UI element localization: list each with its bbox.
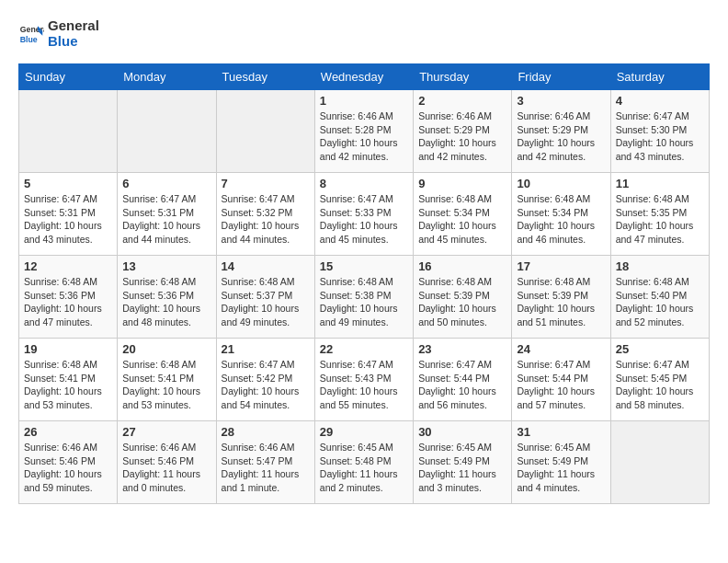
calendar-cell: 3Sunrise: 6:46 AM Sunset: 5:29 PM Daylig…	[512, 90, 610, 173]
day-number: 30	[418, 425, 506, 439]
day-info: Sunrise: 6:45 AM Sunset: 5:49 PM Dayligh…	[517, 441, 605, 495]
day-number: 18	[616, 259, 704, 273]
day-number: 13	[122, 259, 210, 273]
calendar-cell: 31Sunrise: 6:45 AM Sunset: 5:49 PM Dayli…	[512, 421, 610, 504]
calendar-week-row: 26Sunrise: 6:46 AM Sunset: 5:46 PM Dayli…	[19, 421, 710, 504]
calendar-cell: 12Sunrise: 6:48 AM Sunset: 5:36 PM Dayli…	[19, 256, 118, 339]
calendar-cell: 28Sunrise: 6:46 AM Sunset: 5:47 PM Dayli…	[216, 421, 314, 504]
day-info: Sunrise: 6:46 AM Sunset: 5:47 PM Dayligh…	[222, 441, 310, 495]
day-number: 2	[418, 94, 506, 108]
calendar-cell: 2Sunrise: 6:46 AM Sunset: 5:29 PM Daylig…	[414, 90, 512, 173]
calendar-cell	[19, 90, 118, 173]
calendar-cell	[118, 90, 216, 173]
day-number: 20	[122, 342, 210, 356]
calendar-cell	[610, 421, 709, 504]
calendar-cell: 10Sunrise: 6:48 AM Sunset: 5:34 PM Dayli…	[512, 173, 610, 256]
day-number: 7	[222, 177, 310, 190]
day-number: 22	[320, 342, 408, 356]
day-info: Sunrise: 6:48 AM Sunset: 5:38 PM Dayligh…	[320, 275, 408, 329]
calendar-header-row: SundayMondayTuesdayWednesdayThursdayFrid…	[19, 64, 710, 90]
day-number: 5	[24, 177, 112, 190]
day-header: Wednesday	[314, 64, 413, 90]
page-header: General Blue General Blue	[18, 18, 710, 49]
calendar-cell: 29Sunrise: 6:45 AM Sunset: 5:48 PM Dayli…	[314, 421, 413, 504]
day-info: Sunrise: 6:46 AM Sunset: 5:29 PM Dayligh…	[418, 109, 506, 164]
calendar-cell: 5Sunrise: 6:47 AM Sunset: 5:31 PM Daylig…	[19, 173, 118, 256]
day-info: Sunrise: 6:46 AM Sunset: 5:46 PM Dayligh…	[24, 441, 112, 495]
day-info: Sunrise: 6:48 AM Sunset: 5:39 PM Dayligh…	[418, 275, 506, 329]
day-number: 9	[418, 177, 506, 190]
calendar-cell: 25Sunrise: 6:47 AM Sunset: 5:45 PM Dayli…	[610, 339, 709, 421]
day-number: 10	[517, 177, 605, 190]
day-info: Sunrise: 6:48 AM Sunset: 5:37 PM Dayligh…	[222, 275, 310, 329]
day-info: Sunrise: 6:47 AM Sunset: 5:31 PM Dayligh…	[24, 192, 112, 247]
day-number: 1	[320, 94, 408, 108]
day-number: 24	[517, 342, 605, 356]
calendar-week-row: 5Sunrise: 6:47 AM Sunset: 5:31 PM Daylig…	[19, 173, 710, 256]
day-number: 19	[24, 342, 112, 356]
calendar-cell: 19Sunrise: 6:48 AM Sunset: 5:41 PM Dayli…	[19, 339, 118, 421]
calendar-cell: 21Sunrise: 6:47 AM Sunset: 5:42 PM Dayli…	[216, 339, 314, 421]
day-info: Sunrise: 6:48 AM Sunset: 5:40 PM Dayligh…	[616, 275, 704, 329]
day-number: 6	[122, 177, 210, 190]
calendar-cell: 17Sunrise: 6:48 AM Sunset: 5:39 PM Dayli…	[512, 256, 610, 339]
day-header: Sunday	[19, 64, 118, 90]
calendar-cell: 30Sunrise: 6:45 AM Sunset: 5:49 PM Dayli…	[414, 421, 512, 504]
day-number: 23	[418, 342, 506, 356]
calendar-cell: 18Sunrise: 6:48 AM Sunset: 5:40 PM Dayli…	[610, 256, 709, 339]
calendar-cell: 4Sunrise: 6:47 AM Sunset: 5:30 PM Daylig…	[610, 90, 709, 173]
calendar-cell: 8Sunrise: 6:47 AM Sunset: 5:33 PM Daylig…	[314, 173, 413, 256]
day-number: 17	[517, 259, 605, 273]
day-info: Sunrise: 6:48 AM Sunset: 5:34 PM Dayligh…	[418, 192, 506, 247]
day-number: 21	[222, 342, 310, 356]
day-header: Saturday	[610, 64, 709, 90]
calendar-cell: 23Sunrise: 6:47 AM Sunset: 5:44 PM Dayli…	[414, 339, 512, 421]
day-info: Sunrise: 6:47 AM Sunset: 5:43 PM Dayligh…	[320, 358, 408, 412]
day-info: Sunrise: 6:48 AM Sunset: 5:41 PM Dayligh…	[24, 358, 112, 412]
day-header: Friday	[512, 64, 610, 90]
calendar-cell: 6Sunrise: 6:47 AM Sunset: 5:31 PM Daylig…	[118, 173, 216, 256]
logo-blue-text: Blue	[48, 33, 78, 49]
day-number: 11	[616, 177, 704, 190]
calendar-cell: 1Sunrise: 6:46 AM Sunset: 5:28 PM Daylig…	[314, 90, 413, 173]
calendar-cell: 7Sunrise: 6:47 AM Sunset: 5:32 PM Daylig…	[216, 173, 314, 256]
calendar-cell: 20Sunrise: 6:48 AM Sunset: 5:41 PM Dayli…	[118, 339, 216, 421]
logo-icon: General Blue	[18, 21, 44, 47]
day-info: Sunrise: 6:46 AM Sunset: 5:46 PM Dayligh…	[122, 441, 210, 495]
calendar-cell: 26Sunrise: 6:46 AM Sunset: 5:46 PM Dayli…	[19, 421, 118, 504]
calendar-week-row: 12Sunrise: 6:48 AM Sunset: 5:36 PM Dayli…	[19, 256, 710, 339]
day-info: Sunrise: 6:48 AM Sunset: 5:36 PM Dayligh…	[122, 275, 210, 329]
day-number: 16	[418, 259, 506, 273]
day-info: Sunrise: 6:48 AM Sunset: 5:35 PM Dayligh…	[616, 192, 704, 247]
calendar-cell: 13Sunrise: 6:48 AM Sunset: 5:36 PM Dayli…	[118, 256, 216, 339]
day-info: Sunrise: 6:45 AM Sunset: 5:49 PM Dayligh…	[418, 441, 506, 495]
day-info: Sunrise: 6:47 AM Sunset: 5:44 PM Dayligh…	[517, 358, 605, 412]
day-number: 4	[616, 94, 704, 108]
svg-text:Blue: Blue	[20, 34, 38, 43]
logo-general-text: General	[48, 17, 99, 33]
day-info: Sunrise: 6:48 AM Sunset: 5:36 PM Dayligh…	[24, 275, 112, 329]
day-number: 29	[320, 425, 408, 439]
day-header: Monday	[118, 64, 216, 90]
day-number: 14	[222, 259, 310, 273]
day-info: Sunrise: 6:45 AM Sunset: 5:48 PM Dayligh…	[320, 441, 408, 495]
day-number: 28	[222, 425, 310, 439]
day-number: 15	[320, 259, 408, 273]
calendar-cell: 16Sunrise: 6:48 AM Sunset: 5:39 PM Dayli…	[414, 256, 512, 339]
calendar-week-row: 1Sunrise: 6:46 AM Sunset: 5:28 PM Daylig…	[19, 90, 710, 173]
logo: General Blue General Blue	[18, 18, 99, 49]
calendar-cell: 24Sunrise: 6:47 AM Sunset: 5:44 PM Dayli…	[512, 339, 610, 421]
calendar-cell: 22Sunrise: 6:47 AM Sunset: 5:43 PM Dayli…	[314, 339, 413, 421]
day-info: Sunrise: 6:48 AM Sunset: 5:34 PM Dayligh…	[517, 192, 605, 247]
day-number: 26	[24, 425, 112, 439]
day-number: 8	[320, 177, 408, 190]
day-number: 3	[517, 94, 605, 108]
calendar-cell: 14Sunrise: 6:48 AM Sunset: 5:37 PM Dayli…	[216, 256, 314, 339]
day-number: 25	[616, 342, 704, 356]
calendar-cell: 9Sunrise: 6:48 AM Sunset: 5:34 PM Daylig…	[414, 173, 512, 256]
calendar-cell: 15Sunrise: 6:48 AM Sunset: 5:38 PM Dayli…	[314, 256, 413, 339]
day-header: Tuesday	[216, 64, 314, 90]
calendar-table: SundayMondayTuesdayWednesdayThursdayFrid…	[18, 63, 710, 504]
day-info: Sunrise: 6:47 AM Sunset: 5:31 PM Dayligh…	[122, 192, 210, 247]
day-number: 12	[24, 259, 112, 273]
